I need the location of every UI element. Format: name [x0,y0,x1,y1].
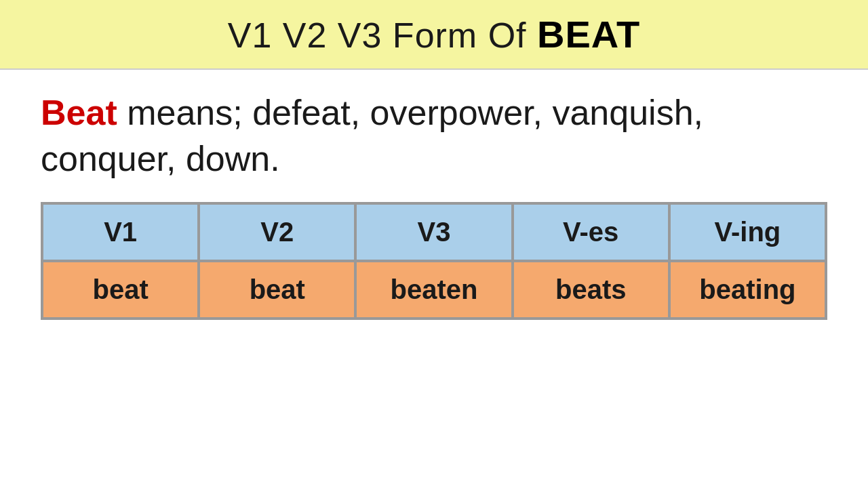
header-prefix: V1 V2 V3 Form Of [228,16,537,55]
data-cell-ving: beating [669,261,826,319]
table-data-row: beat beat beaten beats beating [42,261,826,319]
verb-table: V1 V2 V3 V-es V-ing beat beat beaten bea… [41,202,827,320]
header-title: V1 V2 V3 Form Of BEAT [228,16,641,55]
header-cell-ves: V-es [513,203,669,261]
definition-rest: means; defeat, overpower, vanquish, conq… [41,93,703,178]
data-cell-ves: beats [513,261,669,319]
header-cell-v2: V2 [199,203,355,261]
header-banner: V1 V2 V3 Form Of BEAT [0,0,868,70]
data-cell-v3: beaten [355,261,512,319]
header-word: BEAT [537,13,640,56]
header-cell-ving: V-ing [669,203,826,261]
main-content: Beat means; defeat, overpower, vanquish,… [0,70,868,333]
data-cell-v2: beat [199,261,355,319]
table-header-row: V1 V2 V3 V-es V-ing [42,203,826,261]
header-cell-v1: V1 [42,203,199,261]
definition-word: Beat [41,93,117,132]
header-cell-v3: V3 [355,203,512,261]
data-cell-v1: beat [42,261,199,319]
definition-text: Beat means; defeat, overpower, vanquish,… [41,90,827,182]
